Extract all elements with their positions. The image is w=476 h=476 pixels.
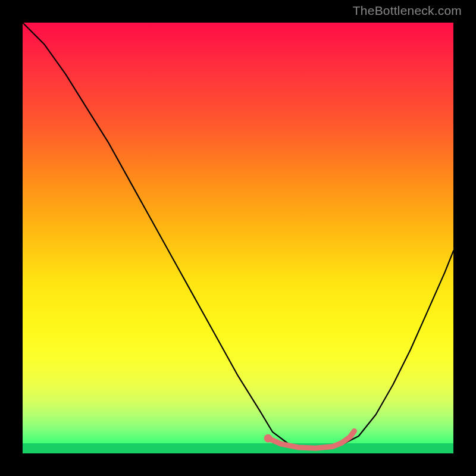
chart-frame: TheBottleneck.com bbox=[0, 0, 476, 476]
watermark-text: TheBottleneck.com bbox=[353, 4, 462, 18]
chart-baseline-stripe bbox=[23, 443, 453, 453]
chart-background-gradient bbox=[23, 23, 453, 453]
